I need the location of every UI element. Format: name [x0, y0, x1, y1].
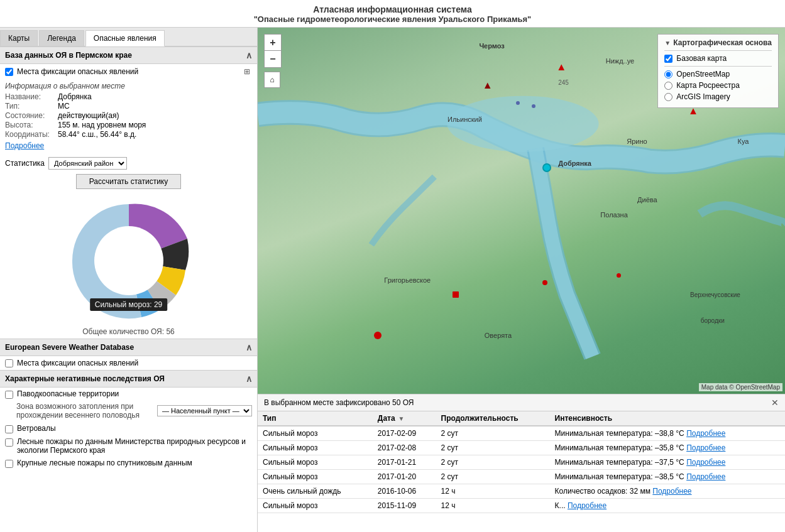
map-label-kua: Куа [737, 138, 749, 145]
db-checkbox[interactable] [5, 68, 13, 76]
arcgis-label: ArcGIS Imagery [676, 92, 730, 101]
db-checkbox-label: Места фиксации опасных явлений [17, 67, 138, 76]
grid-icon[interactable]: ⊞ [242, 67, 252, 77]
stats-row: Статистика Добрянский район [0, 154, 257, 173]
info-link[interactable]: Подробнее [5, 141, 252, 150]
marker-5[interactable] [374, 332, 382, 339]
cell-intensity-4: Количество осадков: 32 мм Подробнее [550, 484, 785, 499]
cell-date-2: 2017-01-21 [373, 455, 436, 470]
zoom-out-button[interactable]: − [265, 51, 281, 67]
section-eswd-collapse[interactable]: ∧ [246, 342, 252, 352]
cell-date-4: 2016-10-06 [373, 484, 436, 499]
col-intensity: Интенсивность [550, 411, 785, 426]
sort-arrow-date: ▼ [397, 415, 405, 422]
calc-btn[interactable]: Рассчитать статистику [76, 174, 182, 189]
cell-intensity-1: Минимальная температура: –35,8 °С Подроб… [550, 441, 785, 455]
cell-duration-1: 2 сут [436, 441, 550, 455]
zoom-in-button[interactable]: + [265, 35, 281, 51]
marker-2[interactable] [558, 64, 564, 70]
cell-intensity-3: Минимальная температура: –38,5 °С Подроб… [550, 470, 785, 484]
table-header-row: В выбранном месте зафиксировано 50 ОЯ ✕ [258, 394, 785, 411]
basemap-checkbox[interactable] [664, 55, 672, 63]
basemap-label: Базовая карта [676, 54, 727, 63]
section-db-collapse[interactable]: ∧ [246, 50, 252, 60]
table-header-title: В выбранном месте зафиксировано 50 ОЯ [264, 398, 414, 407]
arcgis-radio-row: ArcGIS Imagery [664, 92, 772, 101]
map-area[interactable]: Чермоз Ильинский Добрянка Ярино Полазна … [258, 28, 785, 394]
tab-danger[interactable]: Опасные явления [85, 30, 165, 46]
map-home-button[interactable]: ⌂ [264, 72, 280, 88]
details-link-3[interactable]: Подробнее [686, 472, 725, 481]
negcons-check-3[interactable] [5, 460, 13, 468]
cell-type-3: Сильный мороз [258, 470, 373, 484]
cell-type-1: Сильный мороз [258, 441, 373, 455]
table-row: Сильный мороз 2017-01-20 2 сут Минимальн… [258, 470, 785, 484]
negcons-sub-select-0[interactable]: — Населенный пункт — [157, 405, 252, 416]
table-close-button[interactable]: ✕ [771, 398, 779, 408]
section-eswd: European Severe Weather Database ∧ Места… [0, 339, 257, 370]
details-link-4[interactable]: Подробнее [652, 487, 691, 496]
right-area: Чермоз Ильинский Добрянка Ярино Полазна … [258, 28, 785, 532]
details-link-0[interactable]: Подробнее [686, 429, 725, 438]
basemap-checkbox-row: Базовая карта [664, 54, 772, 63]
map-label-polazna: Полазна [600, 211, 627, 219]
arcgis-radio[interactable] [664, 93, 672, 101]
info-key-status: Состояние: [5, 111, 55, 120]
cell-duration-0: 2 сут [436, 426, 550, 441]
table-scroll[interactable]: Тип Дата ▼ Продолжительность Интенсивнос… [258, 411, 785, 532]
details-link-1[interactable]: Подробнее [686, 443, 725, 452]
negcons-check-0[interactable] [5, 391, 13, 399]
map-zoom-controls: + − [264, 34, 282, 68]
tab-maps[interactable]: Карты [0, 30, 38, 46]
marker-dobryanka[interactable] [542, 163, 551, 172]
info-key-name: Название: [5, 92, 55, 101]
negcons-check-1[interactable] [5, 425, 13, 433]
map-label-yarino: Ярино [627, 138, 647, 145]
info-val-name: Добрянка [58, 92, 92, 101]
table-row: Сильный мороз 2015-11-09 12 ч К... Подро… [258, 499, 785, 513]
cell-intensity-2: Минимальная температура: –37,5 °С Подроб… [550, 455, 785, 470]
marker-1[interactable] [485, 82, 491, 89]
map-label-verkhne: Верхнечусовские [690, 291, 740, 298]
marker-blue-1[interactable] [516, 101, 520, 105]
marker-3[interactable] [690, 108, 696, 114]
negcons-label-0: Паводкоопасные территории [17, 389, 119, 398]
left-panel: Карты Легенда Опасные явления База данны… [0, 28, 258, 532]
data-table: Тип Дата ▼ Продолжительность Интенсивнос… [258, 411, 785, 513]
negcons-sub-text-0: Зона возможного затопления при прохожден… [16, 402, 155, 420]
osm-radio[interactable] [664, 70, 672, 79]
info-heading: Информация о выбранном месте [5, 82, 252, 90]
section-negcons-collapse[interactable]: ∧ [246, 374, 252, 384]
eswd-checkbox[interactable] [5, 359, 13, 367]
marker-blue-2[interactable] [532, 104, 535, 108]
chart-total: Общее количество ОЯ: 56 [82, 327, 175, 336]
info-key-coords: Координаты: [5, 130, 55, 139]
tab-legend[interactable]: Легенда [39, 30, 84, 46]
map-label-245: 245 [558, 79, 569, 86]
map-label-nizhduv: Нижд..уе [606, 57, 634, 65]
app-header: Атласная информационная система "Опасные… [0, 0, 785, 28]
section-db-title: База данных ОЯ в Пермском крае [5, 51, 132, 60]
marker-6[interactable] [542, 280, 547, 285]
cell-intensity-5: К... Подробнее [550, 499, 785, 513]
negcons-check-2[interactable] [5, 438, 13, 447]
cell-duration-2: 2 сут [436, 455, 550, 470]
stats-district-select[interactable]: Добрянский район [48, 157, 127, 170]
negcons-sub-0: Зона возможного затопления при прохожден… [0, 401, 257, 422]
table-header-row-cols: Тип Дата ▼ Продолжительность Интенсивнос… [258, 411, 785, 426]
osm-radio-row: OpenStreetMap [664, 70, 772, 79]
info-val-status: действующий(ая) [58, 111, 119, 120]
cell-date-1: 2017-02-08 [373, 441, 436, 455]
db-checkbox-row: Места фиксации опасных явлений ⊞ [0, 64, 257, 79]
marker-7[interactable] [617, 273, 621, 278]
info-block: Информация о выбранном месте Название: Д… [0, 79, 257, 154]
marker-4[interactable] [453, 291, 459, 298]
section-negcons-header: Характерные негативные последствия ОЯ ∧ [0, 370, 257, 388]
col-date[interactable]: Дата ▼ [373, 411, 436, 426]
rosreestr-radio[interactable] [664, 82, 672, 90]
eswd-checkbox-label: Места фиксации опасных явлений [17, 359, 138, 367]
details-link-2[interactable]: Подробнее [686, 458, 725, 467]
details-link-5[interactable]: Подробнее [568, 501, 607, 510]
section-eswd-header: European Severe Weather Database ∧ [0, 339, 257, 356]
cell-date-0: 2017-02-09 [373, 426, 436, 441]
